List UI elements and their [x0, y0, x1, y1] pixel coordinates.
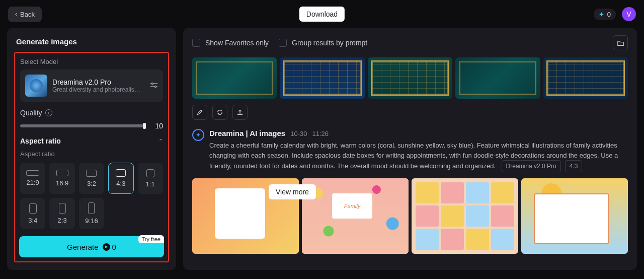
top-bar: ‹ Back Download ✦ 0 V	[0, 0, 644, 28]
group-results-toggle[interactable]: Group results by prompt	[279, 39, 367, 47]
view-more-button[interactable]: View more	[269, 184, 316, 199]
sparkle-icon	[192, 129, 204, 141]
result-thumbnail[interactable]	[368, 57, 452, 99]
avatar[interactable]: V	[622, 7, 636, 21]
checkbox-icon[interactable]	[192, 39, 200, 47]
quality-label: Quality	[20, 109, 42, 117]
result-thumbnail[interactable]	[192, 57, 277, 99]
result-thumbnail[interactable]: Family	[302, 178, 409, 254]
ratio-21-9[interactable]: 21:9	[20, 163, 45, 194]
family-badge: Family	[332, 193, 372, 219]
quality-header: Quality i	[20, 109, 163, 117]
ratio-3-2[interactable]: 3:2	[79, 163, 104, 194]
result-thumbnail[interactable]	[412, 178, 518, 254]
ratio-tag[interactable]: 4:3	[565, 160, 583, 172]
credits-icon: ✦	[599, 11, 604, 18]
model-info: Dreamina v2.0 Pro Great diversity and ph…	[52, 78, 145, 93]
sidebar: Generate images Select Model Dreamina v2…	[7, 28, 176, 270]
back-button[interactable]: ‹ Back	[8, 7, 42, 22]
aspect-ratio-sub-label: Aspect ratio	[20, 150, 163, 158]
quality-slider-row: 10	[20, 122, 163, 130]
share-icon[interactable]	[232, 105, 248, 120]
generate-label: Generate	[67, 243, 99, 251]
model-name: Dreamina v2.0 Pro	[52, 78, 145, 86]
try-free-badge: Try free	[138, 235, 165, 243]
sidebar-title: Generate images	[16, 37, 167, 46]
svg-point-3	[155, 86, 156, 87]
result-thumbnail[interactable]	[280, 57, 364, 99]
model-thumbnail	[25, 75, 47, 97]
edit-icon[interactable]	[192, 105, 207, 120]
model-selector[interactable]: Dreamina v2.0 Pro Great diversity and ph…	[20, 69, 163, 102]
folder-icon[interactable]	[613, 35, 628, 50]
prompt-time: 11:26	[312, 130, 329, 137]
back-label: Back	[20, 11, 35, 18]
aspect-ratio-grid: 21:9 16:9 3:2 4:3 1:1 3:4 2:3 9:16	[20, 163, 163, 229]
info-icon[interactable]: i	[45, 109, 52, 116]
result-row-1	[183, 57, 637, 99]
credits-pill[interactable]: ✦ 0	[594, 9, 616, 20]
checkbox-icon[interactable]	[279, 39, 287, 47]
ratio-9-16[interactable]: 9:16	[79, 198, 104, 229]
ratio-1-1[interactable]: 1:1	[138, 163, 163, 194]
prompt-block: Dreamina | AI images 10-30 11:26 Create …	[183, 126, 637, 178]
model-settings-icon[interactable]	[150, 81, 158, 91]
quality-slider[interactable]	[20, 124, 146, 127]
credits-value: 0	[607, 11, 611, 18]
chevron-up-icon[interactable]: ⌃	[158, 138, 163, 145]
result-row-2: Family	[183, 178, 637, 254]
ratio-16-9[interactable]: 16:9	[49, 163, 74, 194]
ratio-3-4[interactable]: 3:4	[20, 198, 45, 229]
download-button[interactable]: Download	[299, 7, 345, 22]
prompt-date: 10-30	[290, 130, 307, 137]
regenerate-icon[interactable]	[212, 105, 227, 120]
aspect-ratio-title: Aspect ratio	[20, 137, 61, 145]
result-thumbnail[interactable]	[455, 57, 540, 99]
chevron-left-icon: ‹	[15, 11, 17, 18]
select-model-label: Select Model	[20, 58, 163, 65]
aspect-ratio-header[interactable]: Aspect ratio ⌃	[20, 137, 163, 145]
result-actions	[183, 99, 637, 126]
prompt-body: Create a cheerful family calendar with b…	[209, 141, 628, 172]
credits-icon	[103, 243, 110, 251]
result-thumbnail[interactable]	[521, 178, 628, 254]
content-toolbar: Show Favorites only Group results by pro…	[183, 28, 637, 57]
highlighted-section: Select Model Dreamina v2.0 Pro Great div…	[14, 52, 169, 262]
model-desc: Great diversity and photorealism. Of...	[52, 86, 145, 93]
ratio-2-3[interactable]: 2:3	[49, 198, 74, 229]
generate-cost: 0	[103, 243, 116, 251]
quality-value: 10	[152, 122, 163, 130]
top-right-group: ✦ 0 V	[594, 7, 636, 21]
prompt-source: Dreamina | AI images	[209, 129, 285, 137]
svg-point-0	[152, 83, 153, 84]
content-panel: Show Favorites only Group results by pro…	[183, 28, 637, 270]
generate-button[interactable]: Try free Generate 0	[19, 236, 164, 257]
model-tag[interactable]: Dreamina v2.0 Pro	[502, 160, 561, 172]
ratio-4-3[interactable]: 4:3	[108, 163, 133, 194]
result-thumbnail[interactable]	[543, 57, 628, 99]
show-favorites-toggle[interactable]: Show Favorites only	[192, 39, 269, 47]
